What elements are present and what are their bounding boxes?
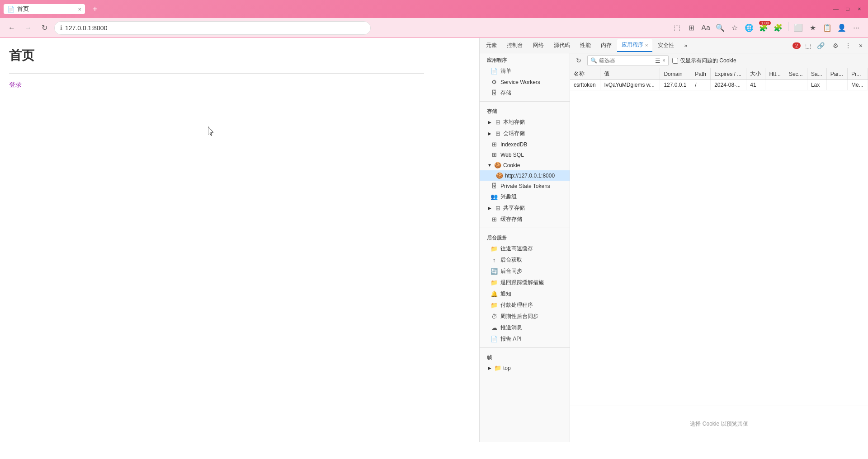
split-btn[interactable]: ⬜	[792, 22, 805, 34]
sidebar-reporting-api-label: 报告 API	[500, 335, 522, 343]
more-tabs-btn[interactable]: »	[679, 39, 692, 52]
issues-filter-label[interactable]: 仅显示有问题的 Cookie	[672, 57, 736, 65]
devtools-settings-btn[interactable]: ⚙	[830, 40, 841, 51]
new-tab-btn[interactable]: +	[89, 3, 101, 15]
tab-network[interactable]: 网络	[528, 39, 548, 52]
login-link[interactable]: 登录	[9, 81, 22, 88]
cookie-toolbar: ↻ 🔍 ☰ × 仅显示有问题的 Cookie	[570, 53, 868, 68]
col-header-expires[interactable]: Expires / ...	[711, 68, 746, 80]
extension-btn[interactable]: 🧩 1.00	[757, 22, 770, 34]
forward-btn[interactable]: →	[22, 22, 34, 34]
sidebar-frames-top[interactable]: ▶ 📁 top	[480, 363, 570, 373]
sidebar-background-sync[interactable]: 🔄 后台同步	[480, 266, 570, 277]
sidebar-local-storage[interactable]: ▶ ⊞ 本地存储	[480, 117, 570, 128]
sidebar-session-storage-label: 会话存储	[503, 130, 525, 137]
grid-btn[interactable]: ⊞	[685, 22, 698, 34]
translate-btn[interactable]: Aa	[699, 22, 712, 34]
sidebar-payment-handler[interactable]: 📁 付款处理程序	[480, 300, 570, 311]
tab-application-close[interactable]: ×	[645, 42, 648, 48]
sidebar-cache-storage[interactable]: ⊞ 缓存存储	[480, 214, 570, 225]
sidebar-divider-3	[480, 347, 570, 348]
screenshot-btn[interactable]: ⬚	[670, 22, 683, 34]
bounce-tracking-icon: 📁	[491, 279, 498, 286]
col-header-priority[interactable]: Pr...	[848, 68, 868, 80]
minimize-btn[interactable]: —	[831, 4, 841, 14]
back-btn[interactable]: ←	[5, 22, 18, 34]
sidebar-push-messaging[interactable]: ☁ 推送消息	[480, 322, 570, 333]
col-header-samesite[interactable]: Sa...	[807, 68, 826, 80]
issues-filter-checkbox[interactable]	[672, 58, 678, 64]
tab-sources[interactable]: 源代码	[549, 39, 575, 52]
service-workers-icon: ⚙	[491, 79, 498, 85]
cookie-domain-icon: 🍪	[496, 172, 503, 179]
close-btn[interactable]: ×	[854, 4, 864, 14]
notifications-icon: 🔔	[491, 290, 498, 297]
tab-console[interactable]: 控制台	[502, 39, 528, 52]
menu-btn[interactable]: ···	[850, 22, 863, 34]
col-header-value[interactable]: 值	[600, 68, 660, 80]
sidebar-cookie[interactable]: ▼ 🍪 Cookie	[480, 160, 570, 170]
col-header-partitioned[interactable]: Par...	[826, 68, 847, 80]
devtools-close-btn[interactable]: ×	[855, 40, 866, 51]
sidebar-cookie-domain[interactable]: 🍪 http://127.0.0.1:8000	[480, 170, 570, 181]
sidebar-websql[interactable]: ⊞ Web SQL	[480, 150, 570, 160]
col-header-domain[interactable]: Domain	[660, 68, 691, 80]
devtools-device-btn[interactable]: 🔗	[815, 40, 826, 51]
devtools-body: 应用程序 📄 清单 ⚙ Service Workers 🗄 存储 存储	[480, 53, 868, 442]
filter-options-icon[interactable]: ☰	[655, 57, 660, 64]
url-display: 127.0.0.1:8000	[65, 24, 107, 32]
col-header-name[interactable]: 名称	[570, 68, 600, 80]
tab-elements[interactable]: 元素	[481, 39, 501, 52]
globe-btn[interactable]: 🌐	[743, 22, 755, 34]
filter-clear-btn[interactable]: ×	[662, 57, 665, 64]
tab-page-icon: 📄	[7, 6, 14, 13]
table-row[interactable]: csrftokenIvQaYuMDgiems w...127.0.0.1/202…	[570, 80, 868, 90]
interest-groups-icon: 👥	[491, 193, 498, 200]
sidebar-private-state[interactable]: 🗄 Private State Tokens	[480, 181, 570, 191]
sidebar-storage[interactable]: 🗄 存储	[480, 87, 570, 98]
sidebar-bounce-tracking[interactable]: 📁 退回跟踪缓解措施	[480, 277, 570, 288]
background-fetch-icon: ↑	[491, 257, 498, 263]
bookmark-btn[interactable]: ☆	[728, 22, 741, 34]
col-header-secure[interactable]: Sec...	[785, 68, 807, 80]
sidebar-back-forward-cache[interactable]: 📁 往返高速缓存	[480, 243, 570, 254]
manifest-icon: 📄	[491, 68, 498, 75]
col-header-httponly[interactable]: Htt...	[765, 68, 785, 80]
sidebar-background-fetch[interactable]: ↑ 后台获取	[480, 254, 570, 266]
favorites-btn[interactable]: ★	[807, 22, 819, 34]
cookie-preview-text: 选择 Cookie 以预览其值	[690, 420, 748, 428]
ext-manage-btn[interactable]: 🧩	[772, 22, 784, 34]
maximize-btn[interactable]: □	[843, 4, 853, 14]
sidebar-periodic-sync-label: 周期性后台同步	[500, 313, 538, 320]
sidebar-indexeddb[interactable]: ⊞ IndexedDB	[480, 139, 570, 150]
col-header-path[interactable]: Path	[691, 68, 711, 80]
sidebar-session-storage[interactable]: ▶ ⊞ 会话存储	[480, 128, 570, 139]
tab-security[interactable]: 安全性	[653, 39, 679, 52]
refresh-btn[interactable]: ↻	[38, 22, 51, 34]
sidebar-reporting-api[interactable]: 📄 报告 API	[480, 333, 570, 345]
cookie-refresh-btn[interactable]: ↻	[574, 56, 584, 66]
sidebar-shared-storage[interactable]: ▶ ⊞ 共享存储	[480, 202, 570, 214]
sidebar-periodic-sync[interactable]: ⏱ 周期性后台同步	[480, 311, 570, 322]
filter-input[interactable]	[599, 57, 653, 64]
sidebar-notifications-label: 通知	[500, 290, 511, 298]
col-header-size[interactable]: 大小	[746, 68, 765, 80]
tab-close-btn[interactable]: ×	[78, 6, 81, 13]
collections-btn[interactable]: 📋	[821, 22, 834, 34]
devtools-cast-btn[interactable]: ⬚	[802, 40, 813, 51]
sidebar-service-workers[interactable]: ⚙ Service Workers	[480, 77, 570, 87]
tab-application[interactable]: 应用程序 ×	[617, 39, 652, 52]
address-bar[interactable]: ℹ 127.0.0.1:8000	[54, 21, 371, 35]
sidebar-manifest[interactable]: 📄 清单	[480, 66, 570, 77]
table-cell	[826, 80, 847, 90]
sidebar-notifications[interactable]: 🔔 通知	[480, 288, 570, 300]
sidebar-frames-top-label: top	[503, 365, 511, 371]
sidebar-background-sync-label: 后台同步	[500, 267, 522, 275]
tab-memory[interactable]: 内存	[596, 39, 616, 52]
filter-box[interactable]: 🔍 ☰ ×	[587, 55, 669, 66]
tab-performance[interactable]: 性能	[576, 39, 595, 52]
profiles-btn[interactable]: 👤	[835, 22, 848, 34]
devtools-more-btn[interactable]: ⋮	[843, 40, 854, 51]
search-btn[interactable]: 🔍	[714, 22, 726, 34]
sidebar-interest-groups[interactable]: 👥 兴趣组	[480, 191, 570, 202]
